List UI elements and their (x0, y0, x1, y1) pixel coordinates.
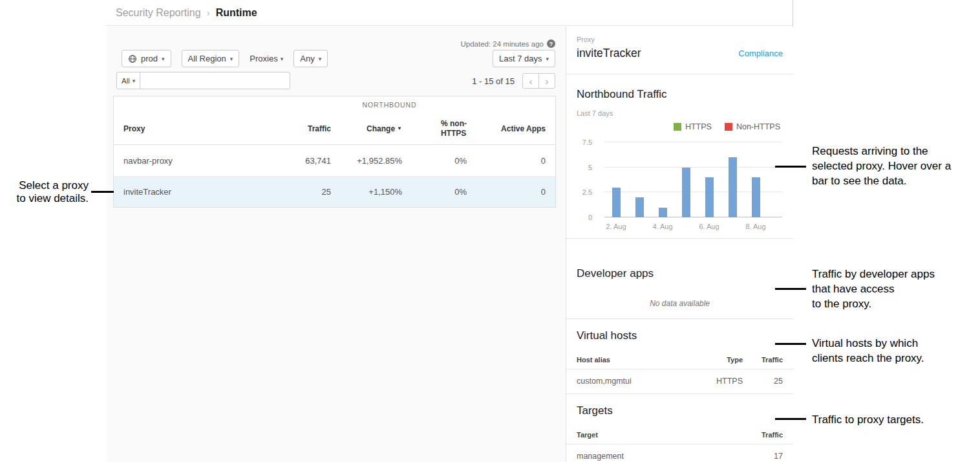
proxy-table-row[interactable]: navbar-proxy 63,741 +1,952.85% 0% 0 (114, 145, 555, 176)
chart-bar[interactable] (682, 168, 690, 217)
targets-header-row: Target Traffic (566, 431, 793, 445)
cell-target: management (577, 452, 743, 461)
cell-host-alias: custom,mgmtui (577, 377, 691, 386)
chart-x-tick-label: 8. Aug (744, 223, 767, 230)
column-header-non-https[interactable]: % non- HTTPS (402, 119, 467, 138)
https-swatch-icon (674, 123, 681, 131)
table-header-row: Proxy Traffic Change▼ % non- HTTPS Activ… (114, 113, 555, 145)
chart-bar[interactable] (752, 177, 760, 217)
chart-bar[interactable] (659, 208, 667, 217)
chart-y-tick-label: 0 (588, 214, 592, 221)
cell-traffic: 25 (253, 187, 331, 197)
chart-bars (604, 142, 767, 217)
pagination: 1 - 15 of 15 ‹ › (472, 73, 555, 89)
chart-y-axis: 02.557.5 (566, 142, 600, 217)
legend-item-non-https: Non-HTTPS (725, 122, 780, 131)
date-range-label: Last 7 days (499, 54, 542, 63)
northbound-group-label: NORTHBOUND (308, 101, 471, 109)
environment-dropdown[interactable]: prod ▾ (122, 50, 171, 67)
cell-active-apps: 0 (467, 187, 546, 197)
environment-label: prod (141, 54, 158, 63)
compliance-link[interactable]: Compliance (738, 49, 783, 58)
column-header-type: Type (691, 356, 743, 364)
caret-down-icon: ▾ (319, 56, 322, 62)
help-icon[interactable]: ? (547, 39, 555, 48)
chart-y-tick-label: 5 (588, 164, 592, 171)
date-range-dropdown[interactable]: Last 7 days ▾ (493, 50, 555, 67)
chart-bar[interactable] (635, 197, 644, 217)
search-scope-dropdown[interactable]: All ▾ (116, 72, 140, 89)
chart-plot (604, 142, 782, 217)
northbound-traffic-section: Northbound Traffic Last 7 days HTTPS Non… (566, 74, 793, 239)
column-header-change[interactable]: Change▼ (331, 124, 402, 133)
chart-y-tick-label: 2.5 (582, 188, 592, 196)
chart-x-tick-label (628, 223, 651, 230)
search-input[interactable] (140, 72, 290, 89)
targets-section: Targets Target Traffic management 17 (566, 394, 793, 462)
proxies-label: Proxies (250, 54, 277, 63)
callout-line (775, 288, 806, 290)
legend-label-non-https: Non-HTTPS (736, 122, 780, 131)
proxies-dropdown[interactable]: Proxies ▾ (250, 54, 283, 63)
cell-change: +1,952.85% (331, 156, 402, 166)
proxy-label: Proxy (577, 36, 783, 43)
chart-bar[interactable] (705, 177, 714, 217)
proxy-list-panel: prod ▾ All Region ▾ Proxies ▾ Any ▾ Upda… (107, 27, 566, 462)
region-dropdown[interactable]: All Region ▾ (182, 50, 240, 67)
any-label: Any (300, 54, 314, 63)
annotation-developer-apps: Traffic by developer apps that have acce… (812, 267, 935, 311)
table-group-header: NORTHBOUND (114, 96, 555, 113)
annotation-select-proxy: Select a proxy to view details. (0, 179, 89, 205)
virtual-host-row: custom,mgmtui HTTPS 25 (566, 369, 793, 393)
cell-type: HTTPS (691, 377, 743, 386)
chart-x-axis: 2. Aug4. Aug6. Aug8. Aug (604, 223, 767, 230)
proxy-table: NORTHBOUND Proxy Traffic Change▼ % non- … (113, 96, 556, 208)
chart-bar[interactable] (729, 157, 737, 217)
proxy-detail-panel: Proxy inviteTracker Compliance Northboun… (566, 27, 793, 462)
chart-x-tick-label: 4. Aug (651, 223, 674, 230)
section-title-developer-apps: Developer apps (566, 267, 793, 280)
column-header-proxy[interactable]: Proxy (123, 124, 253, 133)
column-header-traffic: Traffic (743, 356, 783, 364)
search-scope-label: All (122, 77, 130, 85)
northbound-traffic-chart: 02.557.5 2. Aug4. Aug6. Aug8. Aug (566, 142, 793, 230)
callout-line (91, 191, 114, 193)
search-bar: All ▾ (116, 72, 290, 89)
callout-line (775, 166, 806, 168)
breadcrumb-separator-icon: › (207, 7, 210, 18)
annotation-virtual-hosts: Virtual hosts by which clients reach the… (812, 336, 924, 366)
breadcrumb-parent-link[interactable]: Security Reporting (116, 7, 201, 19)
page-title: Runtime (216, 7, 257, 19)
no-data-message: No data available (566, 299, 793, 308)
proxy-table-row[interactable]: inviteTracker 25 +1,150% 0% 0 (114, 176, 555, 207)
cell-traffic: 25 (743, 377, 783, 386)
globe-icon (128, 54, 137, 63)
non-https-label: % non- HTTPS (441, 119, 467, 138)
pagination-label: 1 - 15 of 15 (472, 76, 515, 86)
caret-down-icon: ▾ (230, 56, 233, 62)
chart-x-tick-label (674, 223, 698, 230)
cell-traffic: 17 (743, 452, 783, 461)
selected-proxy-name: inviteTracker (577, 47, 641, 60)
column-header-target: Target (577, 431, 743, 439)
chart-x-tick-label (721, 223, 744, 230)
content-area: prod ▾ All Region ▾ Proxies ▾ Any ▾ Upda… (107, 27, 793, 462)
breadcrumb-bar: Security Reporting › Runtime (107, 0, 793, 26)
annotation-targets: Traffic to proxy targets. (812, 412, 924, 427)
any-dropdown[interactable]: Any ▾ (293, 50, 328, 67)
caret-down-icon: ▾ (281, 56, 284, 62)
cell-active-apps: 0 (467, 156, 546, 166)
column-header-active-apps[interactable]: Active Apps (467, 124, 546, 133)
column-header-traffic[interactable]: Traffic (253, 124, 331, 133)
column-header-host-alias: Host alias (577, 356, 691, 364)
callout-line (775, 418, 806, 420)
target-row: management 17 (566, 445, 793, 462)
callout-line (775, 343, 806, 345)
next-page-button[interactable]: › (538, 73, 555, 89)
column-header-traffic: Traffic (743, 431, 783, 439)
caret-down-icon: ▾ (133, 78, 136, 84)
previous-page-button[interactable]: ‹ (522, 73, 539, 89)
chart-bar[interactable] (612, 188, 621, 217)
cell-traffic: 63,741 (253, 156, 331, 166)
updated-status: Updated: 24 minutes ago ? (460, 39, 555, 48)
